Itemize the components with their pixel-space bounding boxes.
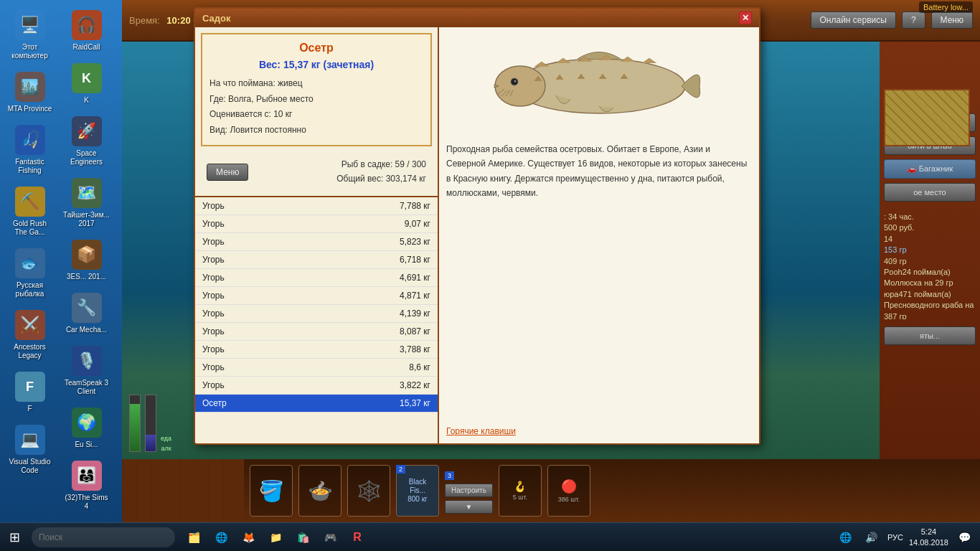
taskbar-notification-area[interactable]: 🌐 [836,527,856,547]
list-item-6[interactable]: Угорь4,139 кг [195,305,438,323]
fish-detail-bait: На что поймана: живец [209,76,423,92]
desktop-icon-sims4-1[interactable]: 👨‍👩‍👧 (32)The Sims 4 [60,456,113,515]
desktop-icon-taysh[interactable]: 🗺️ Тайшет-Зим... 2017 [60,174,113,232]
list-item-8[interactable]: Угорь3,788 кг [195,341,438,359]
desktop-icon-russkaya[interactable]: 🐟 Русская рыбалка [3,244,57,303]
battery-low-indicator: Battery low... [919,1,973,13]
desktop-icon-car[interactable]: 🔧 Car Mecha... [60,288,113,339]
clock-time: 5:24 [909,527,948,537]
alc-label: алк [161,445,171,452]
taskbar-volume[interactable]: 🔊 [862,527,882,547]
dropdown-button[interactable]: ▼ [445,500,493,514]
mini-map-inner [885,90,969,145]
fish-count-label: 5 шт. [513,494,527,501]
taskbar-icon-explorer[interactable]: 🗂️ [181,524,207,550]
taskbar-running-icons: 🗂️ 🌐 🦊 📁 🛍️ 🎮 R [181,524,370,550]
list-item-9[interactable]: Угорь8,6 кг [195,359,438,377]
volume-icon: 🔊 [865,532,877,543]
taskbar-icon-game2[interactable]: R [344,524,370,550]
menu-button[interactable]: Меню [931,11,973,29]
configure-button[interactable]: Настроить [445,484,493,497]
sadok-close-button[interactable]: ✕ [739,11,752,24]
num3-badge: 3 [445,471,454,480]
list-item-1[interactable]: Угорь9,07 кг [195,215,438,233]
chat-line-5: 409 гр [884,256,976,267]
trunk-button[interactable]: 🚗 Багажник [884,159,976,179]
desktop-icon-fishing[interactable]: 🎣 Fantastic Fishing [3,121,57,179]
num3-badge-area: 3 [445,468,493,481]
food-fill [130,404,140,451]
list-item-7[interactable]: Угорь8,087 кг [195,323,438,341]
chat-line-1: : 34 час. [884,212,976,222]
clock-date: 14.08.2018 [909,537,948,547]
bait-inner: 🔴 386 шт. [558,479,580,503]
desktop-icon-3es[interactable]: 📦 3ES... 201... [60,235,113,286]
fish-item-area: 2 BlackFis...800 кг [396,465,439,517]
help-button[interactable]: ? [902,11,925,29]
hook-item[interactable]: 🪝 5 шт. [499,465,542,517]
taskbar-icon-game1[interactable]: 🎮 [317,524,343,550]
list-item-0[interactable]: Угорь7,788 кг [195,197,438,215]
desktop-icon-computer[interactable]: 🖥️ Этот компьютер [3,6,57,65]
desktop-icon-goldrush[interactable]: ⛏️ Gold Rush The Ga... [3,182,57,241]
list-item-10[interactable]: Угорь3,822 кг [195,377,438,395]
sadok-fish-info: Осетр Вес: 15,37 кг (зачетная) На что по… [201,33,432,146]
list-item-3[interactable]: Угорь6,718 кг [195,251,438,269]
taskbar-right: 🌐 🔊 РУС 5:24 14.08.2018 💬 [836,527,980,547]
bait-item[interactable]: 🔴 386 шт. [547,465,590,517]
chat-log: : 34 час. 500 руб. 14 153 гр 409 гр Pooh… [884,212,976,319]
desktop-icon-mta[interactable]: 🏙️ MTA Province [3,67,57,118]
fish-detail-catch-type: Вид: Ловится постоянно [209,123,423,138]
sadok-titlebar: Садок ✕ [195,9,759,27]
net-item[interactable]: 🕸️ [347,465,390,517]
taskbar-icon-files[interactable]: 📁 [263,524,288,550]
blackfish-label: BlackFis...800 кг [407,478,428,504]
online-services-button[interactable]: Онлайн сервисы [811,11,896,29]
desktop-icon-eu[interactable]: 🌍 Eu Si... [60,403,113,453]
game-right-panel: На базу ойти в штаб 🚗 Багажник ое место … [880,42,980,459]
taskbar-icon-firefox[interactable]: 🦊 [235,524,261,550]
game-bottom: 🪣 🍲 🕸️ 2 BlackFis...800 кг 3 Настроить ▼… [244,459,980,522]
energy-bars: еда алк [129,395,171,452]
desktop-icon-teamspeak[interactable]: 🎙️ TeamSpeak 3 Client [60,342,113,400]
sadok-title: Садок [202,13,230,24]
fish-detail-location: Где: Волга, Рыбное место [209,92,423,108]
selected-fish-weight: Вес: 15,37 кг (зачетная) [209,59,423,70]
desktop-icon-area: 🖥️ Этот компьютер 🏙️ MTA Province 🎣 Fant… [0,0,122,522]
sadok-right-panel: Проходная рыба семейства осетровых. Обит… [439,27,759,443]
taskbar-icon-edge[interactable]: 🌐 [208,524,234,550]
desktop-icon-vscode[interactable]: 💻 Visual Studio Code [3,420,57,479]
sadok-fish-list[interactable]: Угорь7,788 кг Угорь9,07 кг Угорь5,823 кг… [195,196,438,443]
pot-item[interactable]: 🍲 [298,465,341,517]
extra-button[interactable]: яты... [884,326,976,345]
sadok-bottom-bar: Меню Рыб в садке: 59 / 300 Общий вес: 30… [195,152,438,195]
network-icon: 🌐 [839,532,852,543]
taskbar-clock: 5:24 14.08.2018 [909,527,948,547]
bucket-item[interactable]: 🪣 [250,465,293,517]
chat-line-6: Pooh24 поймал(а) Моллюска на 29 гр [884,267,976,289]
desktop-icon-f[interactable]: F F [3,367,57,418]
desktop-icon-raidcall[interactable]: 🎧 RaidCall [60,6,113,56]
sadok-stats: Рыб в садке: 59 / 300 Общий вес: 303,174… [336,158,426,185]
fish-image [491,42,707,128]
desktop-icon-space-engineers[interactable]: 🚀 Space Engineers [60,112,113,171]
desktop-icon-k[interactable]: K K [60,59,113,109]
taskbar-search-input[interactable] [32,527,175,547]
chat-line-4: 153 гр [884,245,976,255]
desktop-icon-ancestors[interactable]: ⚔️ Ancestors Legacy [3,306,57,364]
fish-count-badge: 2 [396,465,405,474]
sadok-dialog: Садок ✕ Осетр Вес: 15,37 кг (зачетная) Н… [194,7,760,445]
list-item-5[interactable]: Угорь4,871 кг [195,287,438,305]
list-item-4[interactable]: Угорь4,691 кг [195,269,438,287]
taskbar-language[interactable]: РУС [887,533,903,542]
taskbar-icon-store[interactable]: 🛍️ [290,524,316,550]
hot-keys-link[interactable]: Горячие клавиши [446,426,752,436]
food-bar [129,395,141,452]
location-button[interactable]: ое место [884,183,976,202]
start-button[interactable]: ⊞ [0,523,29,552]
selected-fish-name: Осетр [209,42,423,55]
list-item-11[interactable]: Осетр15,37 кг [195,395,438,413]
list-item-2[interactable]: Угорь5,823 кг [195,233,438,251]
action-center-button[interactable]: 💬 [954,527,974,547]
sadok-menu-button[interactable]: Меню [207,164,248,181]
